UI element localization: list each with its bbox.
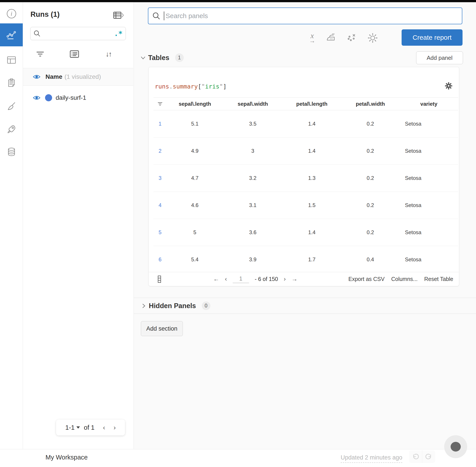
svg-text:i: i: [11, 10, 12, 17]
text-cursor: [164, 12, 164, 20]
table-footer: ← ‹ 1 - 6 of 150 › → Export as CSV Colum…: [149, 272, 459, 286]
column-header[interactable]: sepal\.length: [167, 101, 223, 107]
rail-item-info[interactable]: i: [0, 2, 23, 25]
cell-value: 3.5: [223, 121, 283, 127]
help-chat-button[interactable]: [444, 435, 467, 458]
cell-value: 5.4: [167, 257, 223, 263]
cell-variety: Setosa: [400, 202, 458, 208]
column-header[interactable]: sepal\.width: [223, 101, 283, 107]
rail-item-panels[interactable]: [0, 49, 23, 72]
runs-next-page-button[interactable]: ›: [114, 424, 116, 431]
x-axis-settings-button[interactable]: x →: [309, 33, 315, 43]
header-filter-button[interactable]: [153, 102, 167, 106]
cell-value: 1.4: [283, 148, 341, 154]
reset-table-button[interactable]: Reset Table: [424, 276, 453, 282]
runs-search-input[interactable]: [43, 30, 114, 37]
smoothing-button[interactable]: [326, 33, 336, 43]
rail-item-notes[interactable]: [0, 72, 23, 94]
clipboard-icon: [6, 78, 16, 88]
panel-title-token: summary: [173, 83, 198, 90]
row-index-link[interactable]: 4: [153, 202, 167, 208]
add-panel-button[interactable]: Add panel: [416, 52, 463, 64]
rail-item-sweeps[interactable]: [0, 95, 23, 118]
outlier-icon: [347, 33, 357, 43]
panel-title: runs.summary["iris"]: [155, 83, 226, 90]
workspace-settings-button[interactable]: [367, 33, 378, 43]
regex-icon[interactable]: .*: [114, 31, 122, 36]
cell-value: 3.6: [223, 229, 283, 235]
icon-rail: i: [0, 2, 23, 449]
broom-icon: [6, 101, 16, 111]
rail-item-workspace-charts[interactable]: [0, 23, 23, 46]
column-header[interactable]: petal\.width: [341, 101, 400, 107]
columns-icon[interactable]: [157, 275, 162, 283]
table-pagination: ← ‹ 1 - 6 of 150 › →: [162, 275, 348, 283]
create-report-button[interactable]: Create report: [402, 29, 463, 46]
runs-search-box[interactable]: .*: [30, 27, 126, 40]
cell-value: 1.5: [283, 202, 341, 208]
visibility-all-toggle[interactable]: [33, 74, 41, 80]
export-csv-button[interactable]: Export as CSV: [348, 276, 384, 282]
cell-value: 5: [167, 229, 223, 235]
row-index-link[interactable]: 1: [153, 121, 167, 127]
hidden-panels-count-badge: 0: [202, 301, 211, 310]
cell-value: 0.2: [341, 175, 400, 181]
tables-section-header[interactable]: Tables 1: [140, 53, 184, 62]
line-chart-icon: [6, 30, 17, 40]
prev-page-button[interactable]: ‹: [225, 276, 227, 283]
first-page-button[interactable]: ←: [213, 276, 219, 283]
row-index-link[interactable]: 2: [153, 148, 167, 154]
cell-variety: Setosa: [400, 148, 458, 154]
runs-page-range[interactable]: 1-1: [65, 424, 75, 431]
panel-title-token: runs: [155, 83, 169, 90]
panel-settings-button[interactable]: [444, 82, 453, 90]
panel-search-input[interactable]: [165, 12, 458, 20]
add-section-button[interactable]: Add section: [141, 321, 183, 336]
info-icon: i: [6, 9, 16, 19]
cell-value: 1.4: [283, 229, 341, 235]
runs-prev-page-button[interactable]: ‹: [103, 424, 105, 431]
sort-button[interactable]: ↓↑: [92, 46, 126, 62]
run-row[interactable]: daily-surf-1: [23, 89, 133, 106]
table-row: 24.931.40.2Setosa: [153, 138, 458, 165]
run-visibility-toggle[interactable]: [33, 95, 41, 101]
updated-timestamp[interactable]: Updated 2 minutes ago: [341, 454, 402, 463]
last-page-button[interactable]: →: [291, 276, 297, 283]
cell-value: 0.2: [341, 121, 400, 127]
panel-title-token: [: [198, 83, 201, 90]
top-bar: [0, 0, 476, 2]
hidden-panels-header[interactable]: Hidden Panels 0: [133, 298, 476, 314]
outliers-button[interactable]: [347, 33, 357, 43]
cell-value: 4.9: [167, 148, 223, 154]
database-icon: [6, 147, 16, 157]
filter-button[interactable]: [23, 46, 57, 62]
undo-button[interactable]: [409, 450, 422, 463]
runs-pagination: 1-1 of 1 ‹ ›: [56, 420, 125, 435]
runs-table-expand-button[interactable]: [113, 11, 124, 20]
cell-value: 0.2: [341, 202, 400, 208]
runs-name-header-row[interactable]: Name (1 visualized): [23, 68, 133, 86]
cell-value: 1.4: [283, 121, 341, 127]
table-row: 34.73.21.30.2Setosa: [153, 165, 458, 192]
rail-item-artifacts[interactable]: [0, 140, 23, 163]
run-color-dot: [45, 94, 52, 101]
panel-search-box[interactable]: [148, 8, 462, 24]
group-button[interactable]: [57, 46, 92, 62]
table-header-row: sepal\.lengthsepal\.widthpetal\.lengthpe…: [153, 97, 458, 110]
run-name[interactable]: daily-surf-1: [56, 94, 86, 101]
chat-icon: [451, 442, 461, 452]
row-index-link[interactable]: 6: [153, 257, 167, 263]
columns-button[interactable]: Columns...: [391, 276, 418, 282]
row-index-link[interactable]: 5: [153, 229, 167, 235]
next-page-button[interactable]: ›: [284, 276, 286, 283]
column-header[interactable]: variety: [400, 101, 458, 107]
rail-item-launch[interactable]: [0, 118, 23, 141]
cell-value: 3.1: [223, 202, 283, 208]
cell-variety: Setosa: [400, 257, 458, 263]
redo-button[interactable]: [422, 450, 435, 463]
page-number-input[interactable]: 1: [233, 275, 249, 283]
column-header[interactable]: petal\.length: [283, 101, 341, 107]
cell-value: 0.4: [341, 257, 400, 263]
cell-value: 1.7: [283, 257, 341, 263]
row-index-link[interactable]: 3: [153, 175, 167, 181]
